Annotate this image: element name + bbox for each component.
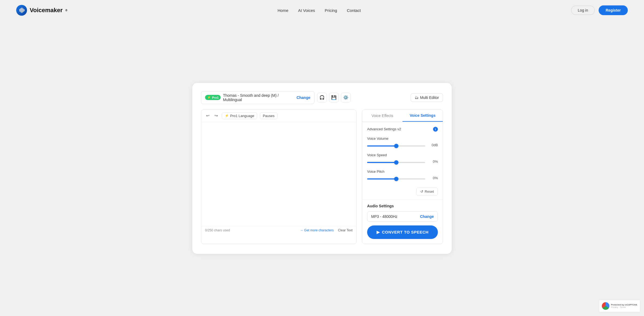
- editor-toolbar: ↩ ↪ Pro1 Language Pauses: [201, 110, 356, 122]
- main-card: Pro1 Thomas - Smooth and deep (M) / Mult…: [192, 83, 452, 254]
- settings-button[interactable]: ⚙️: [341, 93, 351, 102]
- clear-text-button[interactable]: Clear Text: [338, 228, 353, 232]
- redo-button[interactable]: ↪: [213, 113, 219, 119]
- voice-volume-value: 0dB: [428, 143, 438, 147]
- voice-name: Thomas - Smooth and deep (M) / Multiling…: [223, 93, 294, 102]
- audio-settings-title: Audio Settings: [367, 204, 438, 208]
- voice-change-button[interactable]: Change: [297, 95, 310, 100]
- main-content: Pro1 Thomas - Smooth and deep (M) / Mult…: [0, 21, 644, 316]
- info-icon[interactable]: i: [433, 127, 438, 132]
- svg-rect-1: [21, 8, 21, 12]
- chars-used-label: 0/250 chars used: [205, 228, 230, 232]
- editor-footer-right: → Get more characters Clear Text: [300, 228, 353, 232]
- voice-volume-slider-row: 0dB: [367, 143, 438, 148]
- voice-pitch-slider-wrap: [367, 176, 425, 181]
- play-icon: ▶: [377, 230, 380, 235]
- headphones-icon: 🎧: [319, 95, 325, 100]
- nav-actions: Log in Register: [571, 5, 628, 15]
- layers-icon: 🗂: [415, 95, 418, 100]
- voice-speed-value: 0%: [428, 159, 438, 164]
- reset-icon: ↺: [420, 189, 423, 194]
- settings-panel: Voice Effects Voice Settings Advanced Se…: [362, 109, 443, 244]
- gear-icon: ⚙️: [343, 95, 348, 100]
- voice-pitch-slider-row: 0%: [367, 176, 438, 181]
- tab-voice-settings[interactable]: Voice Settings: [403, 110, 443, 122]
- pro1-language-button[interactable]: Pro1 Language: [222, 112, 257, 119]
- pauses-button[interactable]: Pauses: [260, 112, 277, 119]
- text-input[interactable]: [201, 122, 356, 225]
- undo-icon: ↩: [206, 113, 210, 118]
- voice-pitch-row: Voice Pitch 0%: [367, 169, 438, 181]
- svg-rect-3: [23, 8, 24, 12]
- editor-settings-row: ↩ ↪ Pro1 Language Pauses 0/250 chars use…: [201, 109, 443, 244]
- convert-to-speech-button[interactable]: ▶ CONVERT TO SPEECH: [367, 225, 438, 239]
- voice-speed-row: Voice Speed 0%: [367, 153, 438, 164]
- brand-name: Voicemaker: [30, 7, 63, 14]
- voice-volume-row: Voice Volume 0dB: [367, 137, 438, 148]
- audio-settings-section: Audio Settings MP3 - 48000Hz Change ▶ CO…: [362, 199, 443, 244]
- svg-rect-0: [19, 9, 20, 12]
- get-more-characters-link[interactable]: → Get more characters: [300, 228, 334, 232]
- voice-pitch-slider[interactable]: [367, 178, 425, 179]
- headphones-button[interactable]: 🎧: [317, 93, 327, 102]
- svg-rect-2: [22, 8, 22, 13]
- brand-logo[interactable]: Voicemaker®: [16, 5, 67, 16]
- register-button[interactable]: Register: [599, 5, 628, 15]
- recaptcha-badge: Protected by reCAPTCHA Privacy - Terms: [599, 300, 640, 312]
- voice-pitch-value: 0%: [428, 176, 438, 180]
- advanced-settings-label: Advanced Settings v2: [367, 127, 401, 131]
- undo-button[interactable]: ↩: [205, 113, 211, 119]
- login-button[interactable]: Log in: [571, 6, 595, 15]
- redo-icon: ↪: [214, 113, 218, 118]
- nav-ai-voices[interactable]: AI Voices: [298, 8, 315, 13]
- voice-speed-label: Voice Speed: [367, 153, 438, 157]
- voice-speed-slider-row: 0%: [367, 159, 438, 164]
- navbar: Voicemaker® Home AI Voices Pricing Conta…: [0, 0, 644, 21]
- pro1-badge: Pro1: [205, 95, 221, 100]
- recaptcha-logo-icon: [602, 302, 609, 310]
- editor-panel: ↩ ↪ Pro1 Language Pauses 0/250 chars use…: [201, 109, 357, 244]
- nav-contact[interactable]: Contact: [347, 8, 361, 13]
- voice-volume-slider[interactable]: [367, 145, 425, 147]
- editor-footer: 0/250 chars used → Get more characters C…: [201, 226, 356, 234]
- audio-format-change-button[interactable]: Change: [420, 214, 434, 219]
- logo-icon: [16, 5, 27, 16]
- voice-speed-slider-wrap: [367, 159, 425, 164]
- nav-links: Home AI Voices Pricing Contact: [277, 8, 361, 13]
- voice-selector[interactable]: Pro1 Thomas - Smooth and deep (M) / Mult…: [201, 91, 314, 104]
- top-bar-icons: 🎧 💾 ⚙️: [317, 93, 351, 102]
- nav-home[interactable]: Home: [277, 8, 288, 13]
- voice-volume-slider-wrap: [367, 143, 425, 148]
- svg-rect-4: [24, 9, 25, 11]
- voice-pitch-label: Voice Pitch: [367, 169, 438, 174]
- audio-format-label: MP3 - 48000Hz: [371, 214, 397, 219]
- top-bar: Pro1 Thomas - Smooth and deep (M) / Mult…: [201, 91, 443, 104]
- multi-editor-button[interactable]: 🗂 Multi Editor: [411, 93, 443, 102]
- audio-format-row: MP3 - 48000Hz Change: [367, 211, 438, 222]
- reset-button[interactable]: ↺ Reset: [416, 188, 438, 195]
- settings-body: Advanced Settings v2 i Voice Volume 0dB: [362, 122, 443, 199]
- save-button[interactable]: 💾: [329, 93, 339, 102]
- nav-pricing[interactable]: Pricing: [325, 8, 337, 13]
- save-icon: 💾: [331, 95, 337, 100]
- advanced-settings-header: Advanced Settings v2 i: [367, 127, 438, 132]
- voice-speed-slider[interactable]: [367, 162, 425, 163]
- tab-voice-effects[interactable]: Voice Effects: [362, 110, 403, 122]
- voice-volume-label: Voice Volume: [367, 137, 438, 141]
- settings-tabs: Voice Effects Voice Settings: [362, 110, 443, 122]
